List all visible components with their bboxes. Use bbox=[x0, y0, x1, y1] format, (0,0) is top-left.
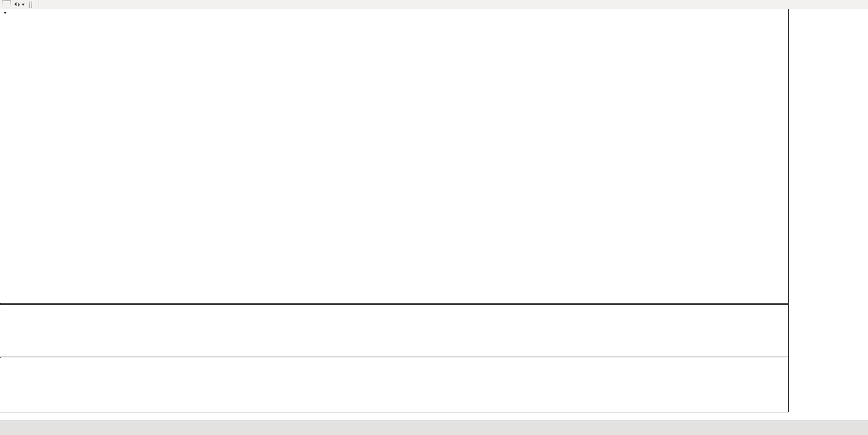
mt4-window bbox=[0, 0, 868, 435]
price-chart-canvas[interactable] bbox=[0, 9, 788, 303]
toolbar bbox=[0, 0, 868, 9]
macd-panel bbox=[0, 358, 788, 412]
price-chart-panel bbox=[0, 9, 788, 304]
rsi-panel bbox=[0, 304, 788, 357]
chart-menu-icon[interactable] bbox=[4, 12, 7, 14]
date-axis[interactable] bbox=[0, 412, 788, 421]
toolbar-separator bbox=[39, 1, 39, 8]
text-tool-button[interactable] bbox=[2, 1, 11, 8]
pointer-tool-button[interactable] bbox=[12, 1, 27, 9]
price-axis[interactable] bbox=[788, 9, 868, 412]
macd-canvas[interactable] bbox=[0, 358, 788, 412]
chevron-down-icon bbox=[22, 4, 25, 6]
toolbar-grip[interactable] bbox=[29, 2, 32, 8]
chart-tab-bar bbox=[0, 421, 868, 435]
rsi-canvas[interactable] bbox=[0, 305, 788, 357]
pointer-mode-icon bbox=[14, 1, 21, 8]
chart-title bbox=[4, 12, 20, 14]
